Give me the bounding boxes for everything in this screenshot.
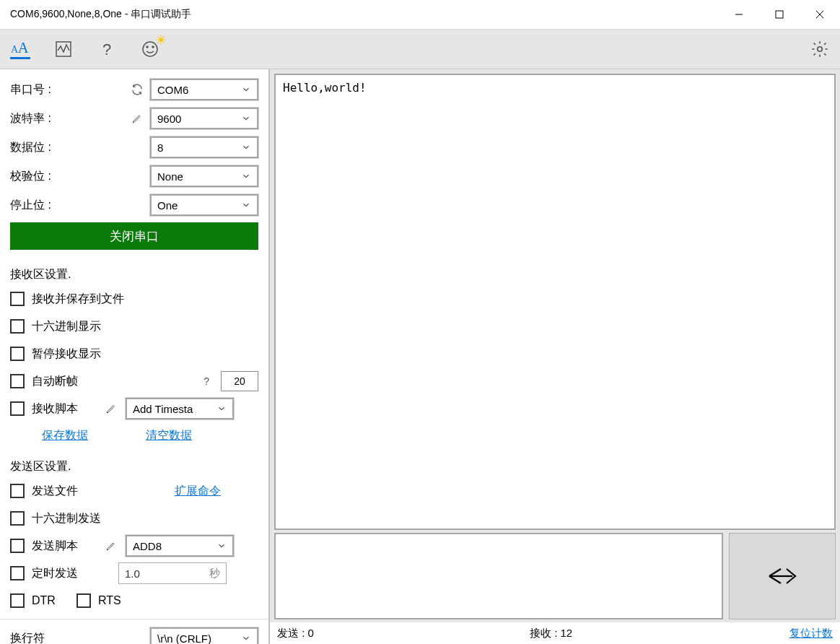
send-hex-label: 十六进制发送: [32, 511, 258, 526]
window-title: COM6,9600,None,8,One - 串口调试助手: [10, 8, 191, 21]
ext-cmd-link[interactable]: 扩展命令: [175, 484, 221, 499]
svg-rect-1: [776, 11, 783, 18]
minimize-button[interactable]: [719, 0, 759, 29]
send-script-label: 发送脚本: [32, 539, 97, 554]
svg-point-9: [146, 46, 148, 48]
chevron-down-icon: [241, 84, 251, 95]
refresh-icon[interactable]: [130, 82, 144, 97]
send-button[interactable]: [729, 533, 836, 619]
recv-script-select[interactable]: Add Timesta: [126, 398, 234, 419]
recv-save-file-checkbox[interactable]: [10, 292, 25, 306]
timed-send-label: 定时发送: [32, 566, 111, 581]
send-file-checkbox[interactable]: [10, 484, 25, 498]
baud-label: 波特率 :: [10, 111, 68, 126]
svg-line-23: [769, 576, 781, 583]
newline-value: \r\n (CRLF): [157, 632, 211, 645]
rts-checkbox[interactable]: [76, 593, 91, 608]
settings-gear-icon[interactable]: [810, 39, 830, 59]
svg-text:A: A: [18, 39, 29, 55]
recv-stat-value: 12: [561, 627, 573, 639]
font-tab-icon[interactable]: AA: [10, 39, 30, 59]
edit-icon[interactable]: [130, 111, 144, 126]
save-data-link[interactable]: 保存数据: [42, 428, 88, 443]
chevron-down-icon: [241, 200, 251, 210]
send-script-value: ADD8: [133, 540, 162, 552]
svg-point-8: [143, 42, 157, 56]
chevron-down-icon: [216, 404, 227, 414]
port-value: COM6: [157, 84, 188, 96]
recv-hex-checkbox[interactable]: [10, 319, 25, 334]
autoframe-help-icon[interactable]: ?: [204, 375, 209, 387]
timed-value: 1.0: [125, 567, 140, 580]
recv-script-checkbox[interactable]: [10, 401, 25, 416]
send-script-checkbox[interactable]: [10, 539, 25, 553]
recv-autoframe-label: 自动断帧: [32, 374, 196, 389]
svg-point-11: [159, 38, 163, 42]
autoframe-value-input[interactable]: [221, 371, 258, 391]
chevron-down-icon: [241, 142, 251, 152]
chevron-down-icon: [241, 113, 251, 123]
svg-line-16: [157, 36, 159, 38]
parity-select[interactable]: None: [150, 165, 258, 187]
recv-stat-label: 接收 :: [530, 627, 557, 639]
recv-script-label: 接收脚本: [32, 401, 97, 417]
sent-label: 发送 :: [277, 627, 305, 639]
parity-value: None: [157, 170, 183, 183]
timed-interval-input[interactable]: 1.0 秒: [118, 562, 227, 584]
svg-point-10: [152, 46, 154, 48]
svg-point-20: [818, 47, 823, 52]
receive-textarea[interactable]: Hello,world!: [274, 74, 836, 530]
timed-send-checkbox[interactable]: [10, 566, 25, 580]
maximize-button[interactable]: [759, 0, 800, 29]
chevron-down-icon: [241, 633, 251, 643]
recv-pause-label: 暂停接收显示: [32, 347, 258, 362]
baud-value: 9600: [157, 113, 181, 125]
sent-value: 0: [308, 627, 314, 639]
send-script-select[interactable]: ADD8: [126, 535, 234, 557]
reset-counter-link[interactable]: 复位计数: [789, 627, 833, 640]
databits-select[interactable]: 8: [150, 136, 258, 158]
parity-label: 校验位 :: [10, 169, 68, 184]
recv-script-value: Add Timesta: [133, 403, 193, 415]
send-file-label: 发送文件: [32, 484, 167, 499]
svg-line-17: [163, 42, 165, 43]
close-port-button[interactable]: 关闭串口: [10, 222, 258, 250]
smiley-icon[interactable]: [140, 39, 160, 59]
recv-save-file-label: 接收并保存到文件: [32, 292, 258, 307]
recv-pause-checkbox[interactable]: [10, 347, 25, 361]
svg-line-22: [769, 569, 781, 576]
send-textarea[interactable]: [274, 533, 723, 619]
recv-autoframe-checkbox[interactable]: [10, 374, 25, 388]
send-section-title: 发送区设置.: [0, 449, 268, 477]
chevron-down-icon: [241, 171, 251, 181]
databits-value: 8: [157, 142, 163, 154]
stopbits-label: 停止位 :: [10, 198, 68, 213]
stopbits-select[interactable]: One: [150, 194, 258, 216]
close-window-button[interactable]: [800, 0, 840, 29]
edit-icon[interactable]: [104, 401, 118, 416]
databits-label: 数据位 :: [10, 140, 68, 155]
port-label: 串口号 :: [10, 82, 68, 97]
newline-select[interactable]: \r\n (CRLF): [150, 627, 258, 644]
newline-label: 换行符: [10, 631, 89, 645]
port-select[interactable]: COM6: [150, 79, 258, 100]
rts-label: RTS: [98, 594, 258, 607]
recv-section-title: 接收区设置.: [0, 257, 268, 285]
dtr-label: DTR: [32, 594, 69, 607]
dtr-checkbox[interactable]: [10, 593, 25, 608]
edit-icon[interactable]: [104, 539, 118, 553]
chevron-down-icon: [216, 541, 227, 551]
svg-line-18: [157, 42, 159, 43]
waveform-tab-icon[interactable]: [53, 39, 74, 59]
baud-select[interactable]: 9600: [150, 108, 258, 129]
send-hex-checkbox[interactable]: [10, 511, 25, 526]
recv-hex-label: 十六进制显示: [32, 319, 258, 334]
svg-line-19: [163, 36, 165, 38]
help-icon[interactable]: ?: [97, 39, 117, 59]
svg-text:?: ?: [102, 40, 111, 58]
timed-unit: 秒: [209, 567, 220, 580]
stopbits-value: One: [157, 199, 178, 212]
clear-data-link[interactable]: 清空数据: [146, 428, 192, 443]
